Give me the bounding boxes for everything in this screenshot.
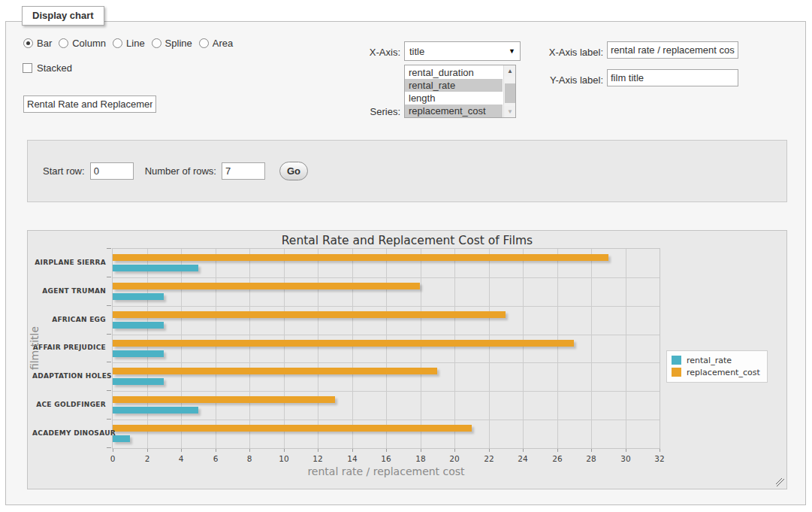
x-tick-label: 2 xyxy=(136,454,158,463)
chart-type-option-label[interactable]: Area xyxy=(213,38,233,49)
legend-label: rental_rate xyxy=(687,356,732,365)
x-axis-label-label: X-Axis label: xyxy=(541,47,603,58)
chart-type-option-column[interactable]: Column xyxy=(59,38,106,49)
chart-type-option-label[interactable]: Column xyxy=(72,38,106,49)
x-tick-label: 0 xyxy=(101,454,124,463)
x-axis-label-input[interactable] xyxy=(607,41,738,59)
chart-type-option-line[interactable]: Line xyxy=(113,38,145,49)
chart-legend: rental_ratereplacement_cost xyxy=(666,350,768,383)
chart-title: Rental Rate and Replacement Cost of Film… xyxy=(28,234,786,247)
dropdown-arrow-icon[interactable]: ▼ xyxy=(509,47,515,55)
x-tick-label: 20 xyxy=(443,454,466,463)
start-row-label: Start row: xyxy=(43,165,85,177)
x-tick-label: 32 xyxy=(648,454,671,463)
radio-icon[interactable] xyxy=(152,38,161,48)
x-tick-label: 12 xyxy=(306,454,329,463)
radio-icon[interactable] xyxy=(199,38,209,48)
chart-panel: Rental Rate and Replacement Cost of Film… xyxy=(27,230,787,489)
series-option-replacement_cost[interactable]: replacement_cost xyxy=(405,105,503,117)
y-axis-label-input[interactable] xyxy=(607,69,738,86)
category-label: AFFAIR PREJUDICE xyxy=(32,344,106,351)
chart-type-option-label[interactable]: Line xyxy=(126,38,145,49)
go-button[interactable]: Go xyxy=(279,162,308,180)
category-label: ACADEMY DINOSAUR xyxy=(32,429,106,437)
x-tick-label: 30 xyxy=(614,454,637,463)
bar-rental_rate xyxy=(113,293,164,300)
bar-replacement_cost xyxy=(113,425,472,432)
scrollbar-thumb[interactable] xyxy=(505,83,515,103)
radio-icon[interactable] xyxy=(23,38,33,48)
x-axis-title: rental rate / replacement cost xyxy=(112,465,660,477)
bar-rental_rate xyxy=(113,407,198,414)
chart-title-input[interactable] xyxy=(23,95,156,113)
x-tick-label: 4 xyxy=(170,454,192,463)
series-listbox[interactable]: rental_durationrental_ratelengthreplacem… xyxy=(404,65,516,118)
bar-replacement_cost xyxy=(113,368,437,374)
x-tick-label: 18 xyxy=(409,454,432,463)
row-range-panel: Start row: Number of rows: Go xyxy=(27,140,787,202)
series-options: rental_durationrental_ratelengthreplacem… xyxy=(405,66,503,117)
number-of-rows-label: Number of rows: xyxy=(145,165,216,177)
bar-replacement_cost xyxy=(113,340,574,347)
category-label: ACE GOLDFINGER xyxy=(32,401,106,408)
y-axis-label-label: Y-Axis label: xyxy=(541,74,603,86)
chart-type-option-spline[interactable]: Spline xyxy=(152,38,192,49)
display-chart-fieldset: Display chart BarColumnLineSplineArea St… xyxy=(5,21,806,505)
x-tick-label: 6 xyxy=(204,454,227,463)
x-tick-label: 8 xyxy=(238,454,261,463)
series-select-label: Series: xyxy=(343,106,400,117)
y-axis-title: film title xyxy=(29,303,41,393)
x-tick-label: 14 xyxy=(341,454,364,463)
x-axis-select-label: X-Axis: xyxy=(343,47,400,58)
series-option-rental_duration[interactable]: rental_duration xyxy=(405,66,503,79)
chart-type-option-area[interactable]: Area xyxy=(199,38,233,49)
legend-swatch-icon xyxy=(672,356,681,365)
resize-handle-icon[interactable] xyxy=(776,478,784,486)
bar-replacement_cost xyxy=(113,283,420,289)
chart-type-option-label[interactable]: Spline xyxy=(165,38,192,49)
chart-type-option-label[interactable]: Bar xyxy=(37,38,52,49)
category-label: ADAPTATION HOLES xyxy=(32,372,106,380)
x-tick-label: 22 xyxy=(478,454,500,463)
series-scrollbar[interactable]: ▲ ▼ xyxy=(503,65,515,117)
bar-rental_rate xyxy=(113,350,164,357)
series-option-rental_rate[interactable]: rental_rate xyxy=(405,79,503,92)
bar-rental_rate xyxy=(113,322,164,329)
radio-icon[interactable] xyxy=(59,38,68,48)
x-tick-label: 28 xyxy=(580,454,602,463)
x-tick-label: 10 xyxy=(273,454,295,463)
chart-type-option-bar[interactable]: Bar xyxy=(23,38,52,49)
stacked-option[interactable]: Stacked xyxy=(23,62,72,74)
scroll-up-icon[interactable]: ▲ xyxy=(504,65,516,77)
stacked-checkbox[interactable] xyxy=(23,63,32,73)
x-axis-selected-value: title xyxy=(409,46,509,57)
category-label: AIRPLANE SIERRA xyxy=(32,259,106,266)
category-label: AFRICAN EGG xyxy=(32,316,106,323)
number-of-rows-input[interactable] xyxy=(222,162,265,180)
radio-icon[interactable] xyxy=(113,38,122,48)
series-option-length[interactable]: length xyxy=(405,92,503,105)
panel-title: Display chart xyxy=(22,6,104,26)
bar-replacement_cost xyxy=(113,311,506,318)
category-label: AGENT TRUMAN xyxy=(32,287,106,295)
stacked-label: Stacked xyxy=(37,62,72,74)
x-axis-select[interactable]: title ▼ xyxy=(404,41,521,61)
chart-type-group: BarColumnLineSplineArea xyxy=(23,38,233,49)
x-tick-label: 24 xyxy=(512,454,534,463)
bar-replacement_cost xyxy=(113,254,608,261)
bar-rental_rate xyxy=(113,378,164,385)
legend-label: replacement_cost xyxy=(687,368,760,377)
start-row-input[interactable] xyxy=(90,162,134,180)
legend-item-replacement_cost: replacement_cost xyxy=(672,366,760,378)
bar-rental_rate xyxy=(113,265,198,271)
bar-replacement_cost xyxy=(113,396,335,403)
x-tick-label: 16 xyxy=(375,454,397,463)
scroll-down-icon[interactable]: ▼ xyxy=(504,106,516,117)
legend-item-rental_rate: rental_rate xyxy=(672,354,760,366)
plot-area xyxy=(112,248,660,449)
legend-swatch-icon xyxy=(672,368,681,377)
x-tick-label: 26 xyxy=(546,454,569,463)
